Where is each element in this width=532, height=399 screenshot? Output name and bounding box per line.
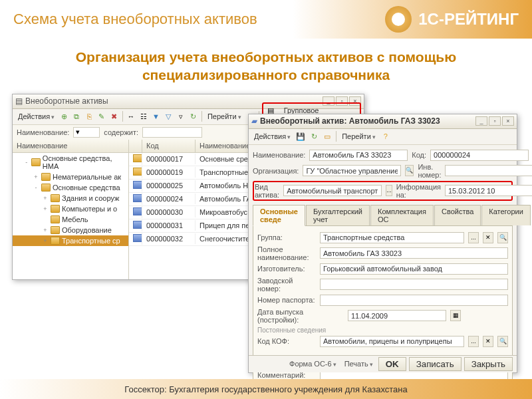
brand-logo bbox=[385, 6, 412, 33]
group-lookup-button[interactable]: 🔍 bbox=[497, 232, 508, 243]
tree-item[interactable]: +Здания и сооруж bbox=[13, 193, 128, 203]
release-date-picker[interactable]: ▦ bbox=[450, 310, 461, 321]
input-release[interactable] bbox=[348, 310, 446, 321]
org-lookup-button[interactable]: 🔍 bbox=[405, 165, 414, 176]
item-icon bbox=[133, 234, 142, 242]
input-code[interactable] bbox=[430, 150, 529, 161]
add-group-icon[interactable]: ⧉ bbox=[71, 110, 82, 122]
tab-accounting[interactable]: Бухгалтерский учет bbox=[306, 205, 370, 225]
tree-item[interactable]: +Компьютеры и о bbox=[13, 203, 128, 214]
col-code[interactable]: Код bbox=[142, 140, 196, 152]
tree-item[interactable]: +Оборудование bbox=[13, 225, 128, 235]
tree-item-label: Основные средства, НМА bbox=[43, 154, 126, 170]
tree-item[interactable]: +Нематериальные ак bbox=[13, 172, 128, 182]
asset-type-select-button[interactable]: ... bbox=[386, 185, 392, 196]
kof-clear-button[interactable]: ✕ bbox=[483, 336, 493, 347]
save-button[interactable]: Записать bbox=[409, 357, 462, 371]
kof-lookup-button[interactable]: 🔍 bbox=[497, 336, 508, 347]
window-title-text: Внеоборотные активы bbox=[25, 96, 108, 106]
tree-item[interactable]: -Основные средства bbox=[13, 182, 128, 193]
tab-main[interactable]: Основные сведе bbox=[253, 205, 305, 226]
close-button[interactable]: × bbox=[502, 116, 514, 126]
folder-icon bbox=[133, 154, 142, 162]
tree-item-label: Нематериальные ак bbox=[53, 173, 121, 181]
copy-icon[interactable]: ⎘ bbox=[84, 110, 95, 122]
label-code: Код: bbox=[412, 151, 426, 159]
filter-icon[interactable]: ▼ bbox=[150, 110, 162, 122]
filter-contains-label: содержит: bbox=[104, 128, 138, 136]
tree-item-label: Мебель bbox=[62, 215, 88, 223]
tree-expand-icon[interactable]: + bbox=[42, 237, 49, 244]
add-icon[interactable]: ⊕ bbox=[59, 110, 70, 122]
restore-button[interactable]: ▫ bbox=[489, 116, 501, 126]
group-clear-button[interactable]: ✕ bbox=[483, 232, 493, 243]
save-icon[interactable]: 💾 bbox=[295, 130, 307, 142]
goto-menu[interactable]: Перейти bbox=[339, 131, 378, 142]
help-icon[interactable]: ? bbox=[380, 130, 392, 142]
input-info-on[interactable] bbox=[445, 185, 532, 196]
titlebar[interactable]: ▰ Внеоборотный актив: Автомобиль ГАЗ 330… bbox=[249, 114, 517, 129]
minimize-button[interactable]: _ bbox=[475, 116, 487, 126]
open-file-icon[interactable]: ▭ bbox=[321, 130, 333, 142]
tree-expand-icon[interactable]: - bbox=[23, 159, 29, 166]
label-name: Наименование: bbox=[253, 151, 305, 159]
tab-kit[interactable]: Комплектация ОС bbox=[370, 205, 434, 225]
tab-props[interactable]: Свойства bbox=[434, 205, 481, 225]
tree-expand-icon[interactable]: - bbox=[33, 184, 39, 191]
bottom-bar: Форма ОС-6 Печать OK Записать Закрыть bbox=[249, 355, 517, 372]
hierarchy-icon[interactable]: ☷ bbox=[138, 110, 149, 122]
tree-expand-icon[interactable]: + bbox=[42, 227, 49, 233]
refresh-icon[interactable]: ↻ bbox=[188, 110, 199, 122]
input-name[interactable] bbox=[309, 150, 408, 161]
actions-menu[interactable]: Действия bbox=[251, 131, 293, 142]
tree-item[interactable]: +Транспортные ср bbox=[13, 235, 128, 246]
input-factory-no[interactable] bbox=[320, 279, 508, 290]
tree-expand-icon[interactable]: + bbox=[42, 205, 49, 212]
input-full-name[interactable] bbox=[320, 247, 508, 259]
kof-select-button[interactable]: ... bbox=[468, 336, 479, 347]
close-button[interactable]: Закрыть bbox=[464, 357, 513, 371]
delete-icon[interactable]: ✖ bbox=[108, 110, 120, 122]
folder-icon bbox=[51, 215, 60, 223]
cell-code: 000000017 bbox=[142, 154, 196, 164]
filter-value-input[interactable] bbox=[142, 127, 202, 138]
tree-item[interactable]: -Основные средства, НМА bbox=[13, 153, 128, 172]
tree-item[interactable]: Мебель bbox=[13, 214, 128, 225]
filter-off-icon[interactable]: ▿ bbox=[176, 110, 187, 122]
move-icon[interactable]: ↔ bbox=[126, 110, 137, 122]
input-group[interactable] bbox=[320, 232, 464, 243]
refresh-icon[interactable]: ↻ bbox=[308, 130, 320, 142]
folder-icon bbox=[41, 184, 51, 192]
window-title-text: Внеоборотный актив: Автомобиль ГАЗ 33023 bbox=[260, 116, 440, 126]
tree-header: Наименование bbox=[13, 140, 128, 153]
edit-icon[interactable]: ✎ bbox=[96, 110, 107, 122]
goto-menu[interactable]: Перейти bbox=[205, 111, 244, 122]
actions-menu[interactable]: Действия bbox=[15, 111, 57, 122]
filter-by-icon[interactable]: ▽ bbox=[163, 110, 174, 122]
group-select-button[interactable]: ... bbox=[468, 232, 479, 243]
tree-expand-icon[interactable]: + bbox=[42, 195, 49, 201]
tree-item-label: Основные средства bbox=[53, 184, 120, 192]
form-os6-link[interactable]: Форма ОС-6 bbox=[287, 360, 339, 368]
cell-code: 000000019 bbox=[142, 167, 196, 178]
label-release: Дата выпуска (постройки): bbox=[257, 308, 344, 324]
tree-expand-icon[interactable]: + bbox=[33, 174, 39, 180]
catalog-icon: ▤ bbox=[15, 96, 23, 106]
input-org[interactable] bbox=[303, 165, 401, 176]
label-org: Организация: bbox=[253, 167, 299, 175]
label-passport-no: Номер паспорта: bbox=[257, 296, 316, 304]
filter-name-input[interactable] bbox=[73, 127, 100, 138]
item-icon: ▰ bbox=[251, 116, 257, 126]
folder-icon bbox=[41, 173, 51, 181]
ok-button[interactable]: OK bbox=[378, 357, 406, 371]
toolbar: Действия 💾 ↻ ▭ Перейти ? bbox=[249, 129, 517, 145]
folder-icon bbox=[51, 194, 60, 202]
cell-code: 000000024 bbox=[142, 194, 196, 204]
tab-categories[interactable]: Категории bbox=[481, 205, 531, 225]
print-link[interactable]: Печать bbox=[342, 360, 376, 368]
input-passport-no[interactable] bbox=[320, 295, 508, 306]
input-kof[interactable] bbox=[320, 336, 464, 347]
input-asset-type[interactable] bbox=[283, 185, 382, 196]
input-maker[interactable] bbox=[320, 263, 508, 275]
input-inv[interactable] bbox=[445, 165, 532, 176]
